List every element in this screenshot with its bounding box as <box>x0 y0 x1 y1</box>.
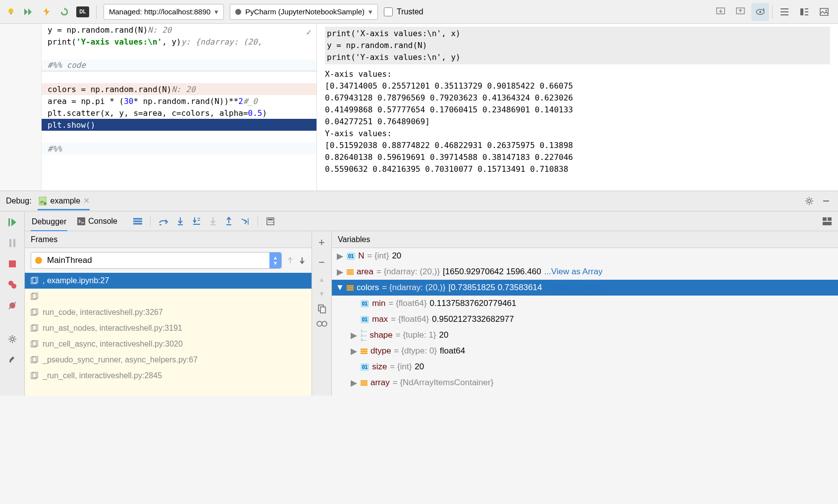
frame-label: , example.ipynb:27 <box>43 276 109 285</box>
var-value: 20 <box>415 362 424 372</box>
layout-icon[interactable] <box>822 217 832 226</box>
trusted-input[interactable] <box>384 7 393 16</box>
stop-icon[interactable] <box>5 257 19 271</box>
code-line[interactable]: 27plt.show() <box>0 119 316 131</box>
force-step-into-icon[interactable] <box>209 217 217 226</box>
tab-console[interactable]: Console <box>76 215 118 228</box>
svg-rect-29 <box>77 217 85 225</box>
expand-arrow[interactable]: ▶ <box>350 346 358 356</box>
tab-debugger[interactable]: Debugger <box>31 215 67 232</box>
expand-arrow[interactable]: ▶ <box>350 330 358 341</box>
prev-frame-icon[interactable] <box>287 256 294 264</box>
variable-row[interactable]: ▼ colors = {ndarray: (20,)} [0.73851825 … <box>332 280 838 296</box>
down-icon[interactable]: ▼ <box>318 290 325 298</box>
pin-icon[interactable] <box>5 353 19 367</box>
code-line[interactable]: 26plt.scatter(x, y, s=area, c=colors, al… <box>0 107 316 119</box>
threads-icon[interactable] <box>133 218 142 225</box>
view-as-array-link[interactable]: ...View as Array <box>545 283 604 293</box>
code-line[interactable]: 25area = np.pi * (30 * np.random.rand(N)… <box>0 95 316 107</box>
step-over-icon[interactable] <box>158 217 168 226</box>
expand-arrow[interactable]: ▶ <box>350 378 358 388</box>
code-line[interactable]: 28 <box>0 131 316 143</box>
frame-item[interactable]: run_code, interactiveshell.py:3267 <box>25 304 312 320</box>
minimize-icon[interactable] <box>820 195 832 207</box>
datalore-icon[interactable]: DL <box>76 6 89 17</box>
var-name: N <box>358 251 364 261</box>
expand-arrow[interactable]: ▶ <box>336 251 344 261</box>
frame-icon <box>31 277 39 285</box>
view-breakpoints-icon[interactable] <box>5 278 19 292</box>
code-line[interactable]: 29▶#%% <box>0 143 316 154</box>
frame-icon <box>31 293 39 301</box>
svg-point-48 <box>270 222 271 223</box>
debug-session-tab[interactable]: IP example ✕ <box>38 196 90 210</box>
next-frame-icon[interactable] <box>299 256 306 264</box>
svg-rect-1 <box>10 13 12 14</box>
close-icon[interactable]: ✕ <box>83 196 90 205</box>
run-all-icon[interactable] <box>23 6 35 18</box>
frame-item[interactable]: _pseudo_sync_runner, async_helpers.py:67 <box>25 352 312 368</box>
view-split-icon[interactable] <box>795 3 813 21</box>
frame-item[interactable]: run_cell_async, interactiveshell.py:3020 <box>25 336 312 352</box>
trusted-checkbox[interactable]: Trusted <box>384 7 423 16</box>
code-line[interactable]: 24colors = np.random.rand(N) N: 20 <box>0 83 316 95</box>
code-line[interactable]: 21 <box>0 48 316 59</box>
variable-row[interactable]: ▶01 N = {int} 20 <box>332 248 838 264</box>
download-icon[interactable] <box>712 3 730 21</box>
thread-selector[interactable]: MainThread ▲▼ <box>31 252 282 269</box>
preview-icon[interactable] <box>751 3 769 21</box>
restart-icon[interactable] <box>58 6 70 18</box>
evaluate-icon[interactable] <box>266 217 275 226</box>
thread-stepper[interactable]: ▲▼ <box>269 252 281 268</box>
resume-icon[interactable] <box>5 215 19 229</box>
var-type: = {int} <box>390 362 412 372</box>
variable-row[interactable]: 01 min = {float64} 0.11375837620779461 <box>332 296 838 311</box>
variable-row[interactable]: ▶ array = {NdArrayItemsContainer} <box>332 375 838 391</box>
frames-header: Frames <box>25 231 312 248</box>
up-icon[interactable]: ▲ <box>318 276 325 283</box>
watches-icon[interactable] <box>316 320 327 327</box>
frame-item[interactable]: , example.ipynb:27 <box>25 273 312 289</box>
view-lines-icon[interactable] <box>776 3 793 21</box>
frame-item[interactable]: _run_cell, interactiveshell.py:2845 <box>25 368 312 384</box>
add-watch-icon[interactable]: + <box>318 236 325 249</box>
server-dropdown[interactable]: Managed: http://localhost:8890 ▾ <box>104 4 224 20</box>
view-as-array-link[interactable]: ...View as Array <box>544 267 603 277</box>
kernel-dropdown[interactable]: PyCharm (JupyterNotebookSample) ▾ <box>230 4 378 20</box>
settings-icon[interactable] <box>5 332 19 346</box>
lightbulb-icon[interactable] <box>5 6 17 18</box>
expand-arrow[interactable]: ▶ <box>336 267 344 277</box>
gutter <box>0 24 42 191</box>
gear-icon[interactable] <box>803 195 815 207</box>
svg-rect-23 <box>9 260 16 267</box>
code-line[interactable]: 23 <box>0 71 316 83</box>
remove-watch-icon[interactable]: − <box>318 256 325 269</box>
pause-icon[interactable] <box>5 236 19 250</box>
step-into-my-icon[interactable] <box>192 217 201 226</box>
step-into-icon[interactable] <box>176 217 184 226</box>
variable-row[interactable]: ▶ area = {ndarray: (20,)} [1650.92970642… <box>332 264 838 280</box>
variable-row[interactable]: 01 max = {float64} 0.9502127332682977 <box>332 311 838 327</box>
copy-icon[interactable] <box>318 304 326 313</box>
frame-item[interactable] <box>25 289 312 304</box>
image-icon[interactable] <box>815 3 833 21</box>
frame-item[interactable]: run_ast_nodes, interactiveshell.py:3191 <box>25 320 312 336</box>
svg-rect-52 <box>823 222 832 225</box>
code-line[interactable]: 19y = np.random.rand(N) N: 20 <box>0 24 316 36</box>
code-editor[interactable]: ✓ 19y = np.random.rand(N) N: 2020print('… <box>0 24 317 191</box>
step-out-icon[interactable] <box>225 217 233 226</box>
variable-row[interactable]: ▶1—2—3— shape = {tuple: 1} 20 <box>332 327 838 343</box>
code-line[interactable]: 20print('Y-axis values:\n', y) y: {ndarr… <box>0 36 316 48</box>
variable-row[interactable]: ▶ dtype = {dtype: 0} float64 <box>332 343 838 359</box>
run-to-cursor-icon[interactable] <box>241 217 250 226</box>
svg-point-18 <box>808 200 811 202</box>
mute-breakpoints-icon[interactable] <box>5 299 19 312</box>
expand-arrow[interactable]: ▼ <box>336 283 344 293</box>
upload-icon[interactable] <box>732 3 749 21</box>
variables-list[interactable]: ▶01 N = {int} 20▶ area = {ndarray: (20,)… <box>332 248 838 396</box>
frames-list[interactable]: , example.ipynb:27run_code, interactives… <box>25 273 312 396</box>
kernel-label: PyCharm (JupyterNotebookSample) <box>245 7 365 16</box>
code-line[interactable]: 22▶#%% code <box>0 59 316 71</box>
variable-row[interactable]: 01 size = {int} 20 <box>332 359 838 375</box>
interrupt-icon[interactable] <box>41 6 52 18</box>
